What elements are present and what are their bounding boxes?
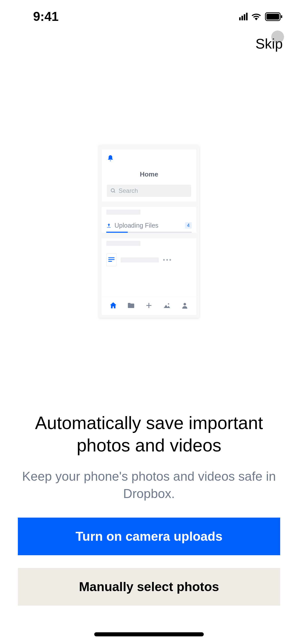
nav-plus-icon <box>145 302 153 309</box>
svg-point-8 <box>183 303 186 305</box>
nav-home-icon <box>110 302 117 309</box>
nav-folder-icon <box>127 302 135 309</box>
skip-area: Skip <box>255 36 283 52</box>
illustration-container: Home Search <box>99 145 199 318</box>
status-icons <box>239 12 283 21</box>
illustration-file-row: ••• <box>102 248 196 271</box>
status-bar: 9:41 <box>0 0 298 25</box>
status-time: 9:41 <box>33 9 59 24</box>
illustration-home-title: Home <box>107 170 191 178</box>
svg-line-4 <box>114 192 115 193</box>
page-headline: Automatically save important photos and … <box>18 412 280 457</box>
placeholder-bar <box>106 210 141 215</box>
file-name-placeholder <box>121 257 159 262</box>
svg-rect-2 <box>281 15 282 18</box>
more-dots-icon: ••• <box>163 256 172 264</box>
upload-count: 4 <box>185 222 192 229</box>
svg-point-3 <box>111 189 114 192</box>
upload-arrow-icon <box>106 223 112 228</box>
search-icon <box>111 188 116 194</box>
svg-rect-1 <box>266 14 279 20</box>
nav-photos-icon <box>163 302 171 309</box>
turn-on-camera-uploads-button[interactable]: Turn on camera uploads <box>18 518 280 555</box>
document-icon <box>106 254 117 266</box>
home-indicator <box>94 632 204 636</box>
touch-indicator <box>271 31 284 43</box>
illustration-upload-section: Uploading Files 4 <box>102 217 196 233</box>
svg-point-7 <box>168 303 169 304</box>
battery-icon <box>265 12 283 21</box>
upload-label: Uploading Files <box>115 222 182 229</box>
bell-icon <box>107 155 114 162</box>
nav-account-icon <box>181 302 188 309</box>
cellular-signal-icon <box>239 13 248 20</box>
phone-frame: Home Search <box>99 145 199 318</box>
illustration-search-box: Search <box>107 185 191 197</box>
illustration-search-placeholder: Search <box>119 187 138 194</box>
content-section: Automatically save important photos and … <box>18 412 280 606</box>
wifi-icon <box>251 13 261 20</box>
illustration-bottom-nav <box>102 297 196 315</box>
progress-bar <box>106 232 192 233</box>
manually-select-photos-button[interactable]: Manually select photos <box>18 568 280 606</box>
placeholder-bar <box>106 241 141 246</box>
page-subtext: Keep your phone's photos and videos safe… <box>18 468 280 502</box>
